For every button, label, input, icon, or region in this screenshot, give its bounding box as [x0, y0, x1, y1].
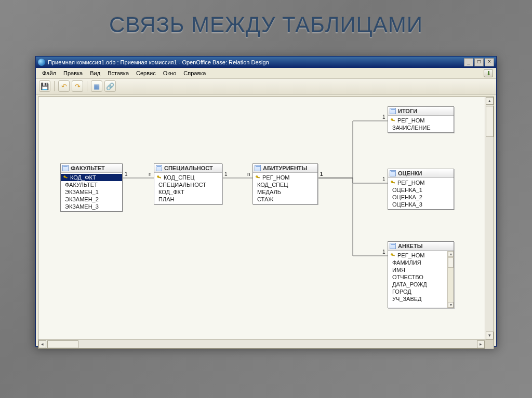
- table-ocenki[interactable]: ОЦЕНКИРЕГ_НОМОЦЕНКА_1ОЦЕНКА_2ОЦЕНКА_3: [388, 169, 454, 210]
- table-body: РЕГ_НОМОЦЕНКА_1ОЦЕНКА_2ОЦЕНКА_3: [388, 178, 454, 209]
- table-title: ОЦЕНКИ: [398, 170, 422, 176]
- table-fakultet[interactable]: ФАКУЛЬТЕТКОД_ФКТФАКУЛЬТЕТЭКЗАМЕН_1ЭКЗАМЕ…: [60, 163, 123, 212]
- field-fakultet-КОД_ФКТ[interactable]: КОД_ФКТ: [61, 174, 122, 181]
- svg-rect-24: [394, 182, 394, 184]
- key-icon: [156, 175, 162, 180]
- table-header[interactable]: ФАКУЛЬТЕТ: [61, 164, 122, 173]
- key-icon: [255, 175, 260, 180]
- table-header[interactable]: ИТОГИ: [388, 107, 454, 116]
- svg-text:1: 1: [382, 249, 385, 255]
- field-fakultet-ЭКЗАМЕН_2[interactable]: ЭКЗАМЕН_2: [61, 196, 122, 203]
- save-icon[interactable]: 💾: [39, 80, 50, 92]
- field-ocenki-РЕГ_НОМ[interactable]: РЕГ_НОМ: [388, 179, 454, 186]
- table-itogi[interactable]: ИТОГИРЕГ_НОМЗАЧИСЛЕНИЕ: [388, 106, 454, 133]
- field-label: ОЦЕНКА_3: [392, 201, 422, 208]
- menu-help[interactable]: Справка: [180, 69, 209, 77]
- titlebar[interactable]: Приемная комиссия1.odb : Приемная комисс…: [36, 57, 496, 68]
- field-label: ГОРОД: [392, 289, 411, 295]
- svg-text:1: 1: [382, 114, 385, 120]
- field-fakultet-ЭКЗАМЕН_1[interactable]: ЭКЗАМЕН_1: [61, 188, 122, 196]
- field-label: СТАЖ: [257, 196, 273, 202]
- field-label: ОТЧЕСТВО: [392, 274, 423, 280]
- menu-tools[interactable]: Сервис: [133, 69, 159, 77]
- field-speciality-КОД_СПЕЦ[interactable]: КОД_СПЕЦ: [154, 174, 222, 181]
- scroll-down-icon[interactable]: ▾: [486, 332, 494, 339]
- field-label: ПЛАН: [158, 196, 174, 202]
- field-ankety-ИМЯ[interactable]: ИМЯ: [388, 266, 447, 273]
- table-icon: [390, 243, 396, 249]
- field-abitur-СТАЖ[interactable]: СТАЖ: [253, 196, 317, 203]
- field-ankety-ОТЧЕСТВО[interactable]: ОТЧЕСТВО: [388, 273, 447, 281]
- field-fakultet-ФАКУЛЬТЕТ[interactable]: ФАКУЛЬТЕТ: [61, 181, 122, 188]
- field-ankety-ДАТА_РОЖД[interactable]: ДАТА_РОЖД: [388, 281, 447, 288]
- field-speciality-ПЛАН[interactable]: ПЛАН: [154, 196, 222, 203]
- add-relation-icon[interactable]: 🔗: [104, 80, 116, 92]
- table-title: СПЕЦИАЛЬНОСТ: [164, 165, 213, 171]
- field-speciality-КОД_ФКТ[interactable]: КОД_ФКТ: [154, 188, 222, 196]
- table-header[interactable]: АНКЕТЫ: [388, 242, 454, 251]
- field-itogi-РЕГ_НОМ[interactable]: РЕГ_НОМ: [388, 117, 454, 124]
- field-ankety-ГОРОД[interactable]: ГОРОД: [388, 288, 447, 295]
- undo-icon[interactable]: ↶: [58, 80, 70, 92]
- svg-rect-15: [160, 177, 161, 179]
- field-abitur-МЕДАЛЬ[interactable]: МЕДАЛЬ: [253, 188, 317, 196]
- menu-overflow-icon[interactable]: ⬇: [484, 69, 493, 77]
- table-body: КОД_ФКТФАКУЛЬТЕТЭКЗАМЕН_1ЭКЗАМЕН_2ЭКЗАМЕ…: [61, 173, 122, 211]
- table-icon: [62, 165, 69, 171]
- toolbar-separator: [54, 81, 55, 91]
- add-table-icon[interactable]: ▦: [91, 80, 102, 92]
- close-button[interactable]: ×: [485, 58, 494, 66]
- field-ankety-ФАМИЛИЯ[interactable]: ФАМИЛИЯ: [388, 259, 447, 266]
- field-label: РЕГ_НОМ: [397, 180, 424, 186]
- scroll-thumb[interactable]: [486, 106, 494, 137]
- svg-rect-12: [66, 177, 67, 179]
- menu-window[interactable]: Окно: [160, 69, 180, 77]
- minimize-button[interactable]: _: [464, 58, 473, 66]
- field-ocenki-ОЦЕНКА_2[interactable]: ОЦЕНКА_2: [388, 194, 454, 201]
- field-label: ЗАЧИСЛЕНИЕ: [392, 125, 431, 131]
- table-body: РЕГ_НОМЗАЧИСЛЕНИЕ: [388, 116, 454, 132]
- scroll-right-icon[interactable]: ▸: [477, 340, 485, 348]
- svg-text:1: 1: [125, 171, 128, 177]
- table-mini-scrollbar[interactable]: ▴▾: [447, 251, 454, 308]
- table-header[interactable]: АБИТУРИЕНТЫ: [253, 164, 317, 173]
- field-label: ОЦЕНКА_2: [392, 194, 422, 200]
- table-ankety[interactable]: АНКЕТЫРЕГ_НОМФАМИЛИЯИМЯОТЧЕСТВОДАТА_РОЖД…: [388, 241, 454, 308]
- field-abitur-КОД_СПЕЦ[interactable]: КОД_СПЕЦ: [253, 181, 317, 188]
- table-speciality[interactable]: СПЕЦИАЛЬНОСТКОД_СПЕЦСПЕЦИАЛЬНОСТКОД_ФКТП…: [154, 163, 222, 204]
- relation-canvas[interactable]: 1n1n111111 ФАКУЛЬТЕТКОД_ФКТФАКУЛЬТЕТЭКЗА…: [38, 97, 485, 339]
- table-abitur[interactable]: АБИТУРИЕНТЫРЕГ_НОМКОД_СПЕЦМЕДАЛЬСТАЖ: [252, 163, 318, 204]
- table-header[interactable]: СПЕЦИАЛЬНОСТ: [154, 164, 222, 173]
- field-ankety-УЧ_ЗАВЕД[interactable]: УЧ_ЗАВЕД: [388, 295, 447, 303]
- field-itogi-ЗАЧИСЛЕНИЕ[interactable]: ЗАЧИСЛЕНИЕ: [388, 124, 454, 131]
- field-label: ЭКЗАМЕН_1: [65, 189, 99, 195]
- field-label: РЕГ_НОМ: [262, 174, 289, 181]
- canvas-area: 1n1n111111 ФАКУЛЬТЕТКОД_ФКТФАКУЛЬТЕТЭКЗА…: [38, 97, 494, 349]
- field-fakultet-ЭКЗАМЕН_3[interactable]: ЭКЗАМЕН_3: [61, 203, 122, 210]
- table-icon: [390, 170, 396, 176]
- toolbar: 💾 ↶ ↷ ▦ 🔗: [36, 79, 496, 94]
- field-label: КОД_СПЕЦ: [257, 182, 288, 188]
- menu-file[interactable]: Файл: [39, 69, 59, 77]
- field-abitur-РЕГ_НОМ[interactable]: РЕГ_НОМ: [253, 174, 317, 181]
- maximize-button[interactable]: □: [474, 58, 484, 66]
- vertical-scrollbar[interactable]: ▴ ▾: [485, 97, 494, 339]
- redo-icon[interactable]: ↷: [72, 80, 83, 92]
- field-label: КОД_ФКТ: [70, 174, 96, 181]
- menu-view[interactable]: Вид: [87, 69, 103, 77]
- menu-edit[interactable]: Правка: [60, 69, 86, 77]
- horizontal-scrollbar[interactable]: ◂ ▸: [38, 339, 494, 348]
- svg-text:1: 1: [382, 176, 385, 182]
- app-window: Приемная комиссия1.odb : Приемная комисс…: [35, 56, 497, 347]
- field-label: ОЦЕНКА_1: [392, 187, 422, 193]
- scroll-up-icon[interactable]: ▴: [486, 97, 494, 105]
- table-header[interactable]: ОЦЕНКИ: [388, 169, 454, 178]
- menu-insert[interactable]: Вставка: [104, 69, 132, 77]
- field-ocenki-ОЦЕНКА_1[interactable]: ОЦЕНКА_1: [388, 186, 454, 194]
- field-ankety-РЕГ_НОМ[interactable]: РЕГ_НОМ: [388, 252, 447, 259]
- scroll-left-icon[interactable]: ◂: [38, 340, 46, 348]
- field-label: ФАМИЛИЯ: [392, 259, 421, 266]
- field-ocenki-ОЦЕНКА_3[interactable]: ОЦЕНКА_3: [388, 201, 454, 208]
- field-speciality-СПЕЦИАЛЬНОСТ[interactable]: СПЕЦИАЛЬНОСТ: [154, 181, 222, 188]
- scroll-thumb[interactable]: [47, 340, 78, 348]
